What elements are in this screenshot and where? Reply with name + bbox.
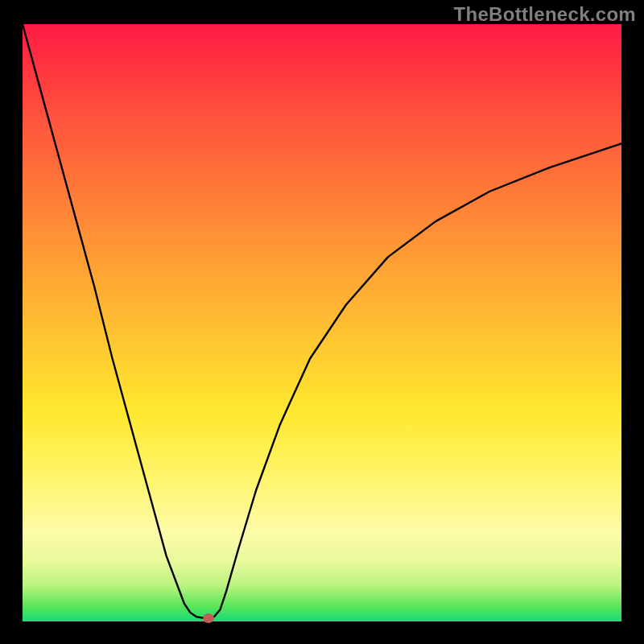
curve-svg [23,24,621,621]
chart-frame: TheBottleneck.com [0,0,644,644]
optimum-marker [203,613,214,623]
watermark-text: TheBottleneck.com [454,3,636,26]
bottleneck-curve [23,24,621,618]
plot-area [23,24,621,621]
